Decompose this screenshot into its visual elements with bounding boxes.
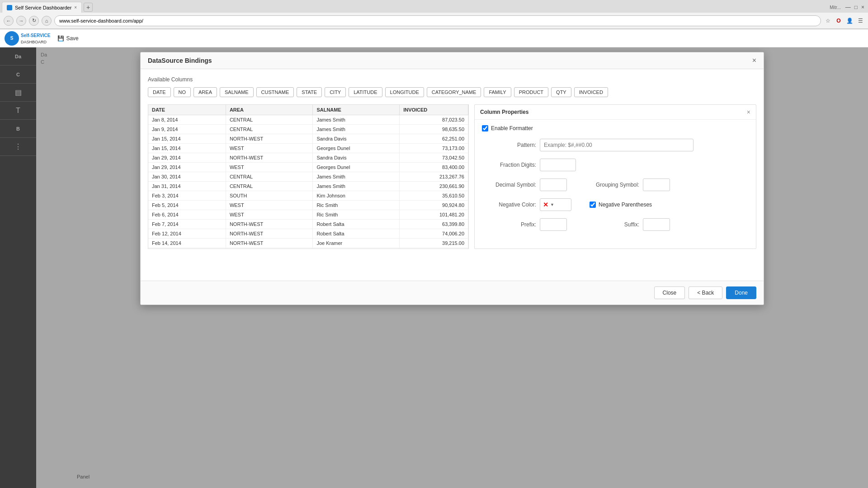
fraction-digits-row: Fraction Digits: 2 xyxy=(482,159,749,171)
cell-date: Jan 30, 2014 xyxy=(148,172,226,182)
minimize-button[interactable]: — xyxy=(844,4,853,10)
table-row: Jan 8, 2014 CENTRAL James Smith 87,023.5… xyxy=(148,115,468,125)
sidebar-item-c[interactable]: C xyxy=(0,66,36,84)
data-table-wrap: DATE AREA SALNAME INVOICED xyxy=(148,104,469,249)
home-button[interactable]: ⌂ xyxy=(42,16,52,26)
modal-close-button[interactable]: × xyxy=(752,57,756,64)
column-chip-area[interactable]: AREA xyxy=(193,87,217,97)
cell-salname: James Smith xyxy=(313,125,400,134)
prefix-input[interactable] xyxy=(540,218,567,231)
column-chip-category_name[interactable]: CATEGORY_NAME xyxy=(427,87,481,97)
color-x-icon: ✕ xyxy=(543,201,548,208)
app-body: Da C ▤ T B ⋮ Da C Panel DataSource Bindi… xyxy=(0,47,868,488)
fraction-digits-label: Fraction Digits: xyxy=(482,162,536,168)
fraction-digits-input[interactable]: 2 xyxy=(540,159,576,171)
sidebar-item-b[interactable]: B xyxy=(0,120,36,138)
column-chips: DATENOAREASALNAMECUSTNAMESTATECITYLATITU… xyxy=(148,87,756,97)
enable-formatter-checkbox[interactable] xyxy=(482,125,488,131)
done-button[interactable]: Done xyxy=(726,286,756,299)
column-chip-latitude[interactable]: LATITUDE xyxy=(349,87,382,97)
tab-favicon xyxy=(7,5,12,10)
cell-salname: Kim Johnson xyxy=(313,191,400,201)
column-chip-qty[interactable]: QTY xyxy=(551,87,571,97)
prefix-suffix-row: Prefix: Suffix: xyxy=(482,218,749,231)
column-chip-date[interactable]: DATE xyxy=(148,87,171,97)
tab-bar: Self Service Dashboarder × + Mitr... — □… xyxy=(0,0,868,13)
extensions-icon[interactable]: 👤 xyxy=(845,17,854,25)
cell-area: WEST xyxy=(226,201,313,210)
cell-salname: Ric Smith xyxy=(313,201,400,210)
menu-icon[interactable]: ☰ xyxy=(856,17,864,25)
new-tab-button[interactable]: + xyxy=(84,3,93,12)
sidebar-item-dots[interactable]: ⋮ xyxy=(0,138,36,156)
col-header-date: DATE xyxy=(148,105,226,115)
table-row: Jan 9, 2014 CENTRAL James Smith 98,635.5… xyxy=(148,125,468,134)
enable-formatter-label[interactable]: Enable Formatter xyxy=(482,125,749,131)
cell-invoiced: 39,215.00 xyxy=(400,239,468,248)
column-chip-state[interactable]: STATE xyxy=(297,87,322,97)
cell-area: WEST xyxy=(226,163,313,172)
cell-area: NORTH-WEST xyxy=(226,153,313,163)
window-close-button[interactable]: × xyxy=(859,4,866,10)
col-props-close-button[interactable]: × xyxy=(747,108,750,116)
tab-close-icon[interactable]: × xyxy=(74,5,77,10)
column-chip-longitude[interactable]: LONGITUDE xyxy=(385,87,424,97)
table-scroll[interactable]: DATE AREA SALNAME INVOICED xyxy=(148,105,468,249)
enable-formatter-row: Enable Formatter xyxy=(482,125,749,131)
sidebar-item-l[interactable]: ▤ xyxy=(0,84,36,102)
refresh-button[interactable]: ↻ xyxy=(29,16,39,26)
cell-salname: Joe Kramer xyxy=(313,239,400,248)
back-button[interactable]: < Back xyxy=(689,286,722,299)
cell-date: Feb 3, 2014 xyxy=(148,191,226,201)
cell-date: Jan 8, 2014 xyxy=(148,115,226,125)
cell-area: CENTRAL xyxy=(226,115,313,125)
suffix-input[interactable] xyxy=(643,218,670,231)
back-button[interactable]: ← xyxy=(4,16,14,26)
available-columns-label: Available Columns xyxy=(148,76,756,83)
sidebar-item-t[interactable]: T xyxy=(0,102,36,120)
modal-body: Available Columns DATENOAREASALNAMECUSTN… xyxy=(141,69,764,281)
datasource-bindings-modal: DataSource Bindings × Available Columns … xyxy=(140,52,764,305)
negative-parentheses-label[interactable]: Negative Parentheses xyxy=(590,202,652,208)
pattern-row: Pattern: xyxy=(482,139,749,151)
cell-area: WEST xyxy=(226,210,313,220)
cell-area: NORTH-WEST xyxy=(226,239,313,248)
negative-parentheses-checkbox[interactable] xyxy=(590,202,596,208)
close-button[interactable]: Close xyxy=(654,286,685,299)
cell-salname: James Smith xyxy=(313,115,400,125)
negative-color-dropdown[interactable]: ✕ ▼ xyxy=(540,198,571,211)
column-chip-salname[interactable]: SALNAME xyxy=(220,87,254,97)
column-chip-invoiced[interactable]: INVOICED xyxy=(574,87,608,97)
cell-salname: Georges Dunel xyxy=(313,144,400,153)
table-row: Feb 15, 2014 NORTH-WEST Joe Kramer 49,55… xyxy=(148,248,468,249)
cell-date: Jan 31, 2014 xyxy=(148,182,226,191)
column-chip-family[interactable]: FAMILY xyxy=(484,87,511,97)
cell-invoiced: 83,400.00 xyxy=(400,163,468,172)
cell-invoiced: 230,661.90 xyxy=(400,182,468,191)
grouping-symbol-input[interactable]: , xyxy=(643,178,670,191)
browser-chrome: Self Service Dashboarder × + Mitr... — □… xyxy=(0,0,868,29)
maximize-button[interactable]: □ xyxy=(853,4,859,10)
negative-color-label: Negative Color: xyxy=(482,202,536,208)
app-logo: S Self-SERVICE DASHBOARD xyxy=(5,31,50,46)
column-chip-city[interactable]: CITY xyxy=(325,87,346,97)
sidebar-item-d[interactable]: Da xyxy=(0,47,36,66)
decimal-symbol-input[interactable]: . xyxy=(540,178,567,191)
column-chip-custname[interactable]: CUSTNAME xyxy=(256,87,294,97)
save-button[interactable]: 💾 Save xyxy=(57,35,78,42)
column-chip-no[interactable]: NO xyxy=(174,87,191,97)
prefix-label: Prefix: xyxy=(482,221,536,228)
opera-icon[interactable]: O xyxy=(835,17,843,25)
bookmark-icon[interactable]: ☆ xyxy=(824,17,832,25)
table-row: Feb 5, 2014 WEST Ric Smith 90,924.80 xyxy=(148,201,468,210)
browser-controls: ← → ↻ ⌂ ☆ O 👤 ☰ xyxy=(0,13,868,29)
col-props-header: Column Properties × xyxy=(475,105,756,120)
decimal-symbol-group: Decimal Symbol: . xyxy=(482,178,567,191)
address-bar[interactable] xyxy=(54,15,821,26)
cell-invoiced: 213,267.76 xyxy=(400,172,468,182)
pattern-input[interactable] xyxy=(540,139,693,151)
forward-button[interactable]: → xyxy=(16,16,26,26)
column-chip-product[interactable]: PRODUCT xyxy=(514,87,548,97)
browser-tab[interactable]: Self Service Dashboarder × xyxy=(2,2,82,13)
table-row: Feb 12, 2014 NORTH-WEST Robert Salta 74,… xyxy=(148,229,468,239)
